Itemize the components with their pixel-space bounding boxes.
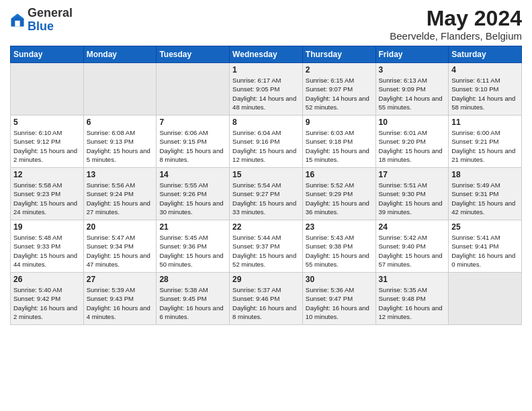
calendar-cell	[83, 63, 157, 116]
calendar-cell	[449, 273, 522, 325]
day-info: Sunrise: 5:41 AM Sunset: 9:41 PM Dayligh…	[451, 233, 519, 269]
day-info: Sunrise: 5:42 AM Sunset: 9:40 PM Dayligh…	[379, 233, 446, 269]
day-info: Sunrise: 6:11 AM Sunset: 9:10 PM Dayligh…	[451, 76, 519, 111]
calendar-week-row: 1Sunrise: 6:17 AM Sunset: 9:05 PM Daylig…	[11, 63, 522, 116]
calendar-cell: 7Sunrise: 6:06 AM Sunset: 9:15 PM Daylig…	[157, 116, 230, 168]
day-info: Sunrise: 6:15 AM Sunset: 9:07 PM Dayligh…	[306, 76, 373, 111]
day-number: 26	[13, 275, 81, 284]
calendar-cell: 14Sunrise: 5:55 AM Sunset: 9:26 PM Dayli…	[157, 168, 230, 220]
calendar-cell: 3Sunrise: 6:13 AM Sunset: 9:09 PM Daylig…	[375, 63, 449, 116]
day-number: 9	[306, 118, 373, 127]
day-info: Sunrise: 6:17 AM Sunset: 9:05 PM Dayligh…	[232, 76, 300, 111]
calendar-cell	[11, 63, 84, 116]
calendar-header-row: SundayMondayTuesdayWednesdayThursdayFrid…	[11, 46, 522, 63]
day-info: Sunrise: 5:58 AM Sunset: 9:23 PM Dayligh…	[13, 181, 81, 216]
day-info: Sunrise: 5:47 AM Sunset: 9:34 PM Dayligh…	[87, 233, 154, 269]
day-info: Sunrise: 6:00 AM Sunset: 9:21 PM Dayligh…	[451, 128, 519, 164]
calendar-cell: 4Sunrise: 6:11 AM Sunset: 9:10 PM Daylig…	[449, 63, 522, 116]
calendar-cell: 24Sunrise: 5:42 AM Sunset: 9:40 PM Dayli…	[375, 220, 449, 273]
day-number: 16	[306, 170, 373, 179]
day-number: 6	[87, 118, 154, 127]
calendar-cell: 19Sunrise: 5:48 AM Sunset: 9:33 PM Dayli…	[11, 220, 84, 273]
logo: General Blue	[10, 7, 73, 34]
day-number: 22	[232, 222, 300, 232]
calendar-cell: 9Sunrise: 6:03 AM Sunset: 9:18 PM Daylig…	[302, 116, 375, 168]
day-info: Sunrise: 6:03 AM Sunset: 9:18 PM Dayligh…	[306, 128, 373, 164]
calendar-week-row: 5Sunrise: 6:10 AM Sunset: 9:12 PM Daylig…	[11, 116, 522, 168]
calendar-cell: 25Sunrise: 5:41 AM Sunset: 9:41 PM Dayli…	[449, 220, 522, 273]
day-number: 4	[451, 65, 519, 75]
day-info: Sunrise: 5:37 AM Sunset: 9:46 PM Dayligh…	[232, 285, 300, 321]
calendar-cell: 15Sunrise: 5:54 AM Sunset: 9:27 PM Dayli…	[230, 168, 303, 220]
day-info: Sunrise: 5:36 AM Sunset: 9:47 PM Dayligh…	[306, 285, 373, 321]
day-number: 11	[451, 118, 519, 127]
day-number: 2	[306, 65, 373, 75]
day-number: 28	[159, 275, 226, 284]
calendar-cell: 6Sunrise: 6:08 AM Sunset: 9:13 PM Daylig…	[83, 116, 157, 168]
day-info: Sunrise: 5:54 AM Sunset: 9:27 PM Dayligh…	[232, 181, 300, 216]
day-info: Sunrise: 6:13 AM Sunset: 9:09 PM Dayligh…	[379, 76, 446, 111]
calendar-cell: 5Sunrise: 6:10 AM Sunset: 9:12 PM Daylig…	[11, 116, 84, 168]
day-number: 23	[306, 222, 373, 232]
calendar-cell: 18Sunrise: 5:49 AM Sunset: 9:31 PM Dayli…	[449, 168, 522, 220]
day-number: 20	[87, 222, 154, 232]
day-info: Sunrise: 5:52 AM Sunset: 9:29 PM Dayligh…	[306, 181, 373, 216]
calendar-cell: 27Sunrise: 5:39 AM Sunset: 9:43 PM Dayli…	[83, 273, 157, 325]
day-number: 7	[159, 118, 226, 127]
calendar-cell: 23Sunrise: 5:43 AM Sunset: 9:38 PM Dayli…	[302, 220, 375, 273]
svg-rect-2	[15, 21, 19, 27]
calendar-cell: 28Sunrise: 5:38 AM Sunset: 9:45 PM Dayli…	[157, 273, 230, 325]
day-number: 5	[13, 118, 81, 127]
day-number: 12	[13, 170, 81, 179]
logo-blue-text: Blue	[28, 19, 54, 33]
day-number: 15	[232, 170, 300, 179]
calendar-cell: 16Sunrise: 5:52 AM Sunset: 9:29 PM Dayli…	[302, 168, 375, 220]
calendar-cell	[157, 63, 230, 116]
day-info: Sunrise: 5:48 AM Sunset: 9:33 PM Dayligh…	[13, 233, 81, 269]
day-info: Sunrise: 6:06 AM Sunset: 9:15 PM Dayligh…	[159, 128, 226, 164]
calendar-cell: 17Sunrise: 5:51 AM Sunset: 9:30 PM Dayli…	[375, 168, 449, 220]
day-number: 30	[306, 275, 373, 284]
day-number: 27	[87, 275, 154, 284]
day-number: 29	[232, 275, 300, 284]
day-info: Sunrise: 5:38 AM Sunset: 9:45 PM Dayligh…	[159, 285, 226, 321]
day-info: Sunrise: 5:40 AM Sunset: 9:42 PM Dayligh…	[13, 285, 81, 321]
day-header-friday: Friday	[375, 46, 449, 63]
day-info: Sunrise: 5:43 AM Sunset: 9:38 PM Dayligh…	[306, 233, 373, 269]
day-header-monday: Monday	[83, 46, 157, 63]
calendar-week-row: 19Sunrise: 5:48 AM Sunset: 9:33 PM Dayli…	[11, 220, 522, 273]
calendar-cell: 29Sunrise: 5:37 AM Sunset: 9:46 PM Dayli…	[230, 273, 303, 325]
calendar-cell: 26Sunrise: 5:40 AM Sunset: 9:42 PM Dayli…	[11, 273, 84, 325]
day-info: Sunrise: 6:08 AM Sunset: 9:13 PM Dayligh…	[87, 128, 154, 164]
logo-general-text: General	[28, 6, 73, 19]
logo-icon	[10, 13, 25, 28]
calendar-table: SundayMondayTuesdayWednesdayThursdayFrid…	[10, 46, 522, 325]
day-header-wednesday: Wednesday	[230, 46, 303, 63]
day-info: Sunrise: 6:04 AM Sunset: 9:16 PM Dayligh…	[232, 128, 300, 164]
day-info: Sunrise: 5:35 AM Sunset: 9:48 PM Dayligh…	[379, 285, 446, 321]
calendar-cell: 12Sunrise: 5:58 AM Sunset: 9:23 PM Dayli…	[11, 168, 84, 220]
day-info: Sunrise: 6:10 AM Sunset: 9:12 PM Dayligh…	[13, 128, 81, 164]
calendar-week-row: 26Sunrise: 5:40 AM Sunset: 9:42 PM Dayli…	[11, 273, 522, 325]
calendar-cell: 20Sunrise: 5:47 AM Sunset: 9:34 PM Dayli…	[83, 220, 157, 273]
day-info: Sunrise: 5:56 AM Sunset: 9:24 PM Dayligh…	[87, 181, 154, 216]
day-number: 31	[379, 275, 446, 284]
day-header-sunday: Sunday	[11, 46, 84, 63]
calendar-week-row: 12Sunrise: 5:58 AM Sunset: 9:23 PM Dayli…	[11, 168, 522, 220]
calendar-cell: 22Sunrise: 5:44 AM Sunset: 9:37 PM Dayli…	[230, 220, 303, 273]
day-number: 21	[159, 222, 226, 232]
page: General Blue May 2024 Beervelde, Flander…	[0, 0, 532, 411]
calendar-cell: 13Sunrise: 5:56 AM Sunset: 9:24 PM Dayli…	[83, 168, 157, 220]
day-info: Sunrise: 5:45 AM Sunset: 9:36 PM Dayligh…	[159, 233, 226, 269]
day-info: Sunrise: 5:49 AM Sunset: 9:31 PM Dayligh…	[451, 181, 519, 216]
day-number: 19	[13, 222, 81, 232]
day-number: 1	[232, 65, 300, 75]
day-number: 13	[87, 170, 154, 179]
calendar-cell: 31Sunrise: 5:35 AM Sunset: 9:48 PM Dayli…	[375, 273, 449, 325]
day-info: Sunrise: 5:51 AM Sunset: 9:30 PM Dayligh…	[379, 181, 446, 216]
day-number: 14	[159, 170, 226, 179]
calendar-cell: 21Sunrise: 5:45 AM Sunset: 9:36 PM Dayli…	[157, 220, 230, 273]
month-title: May 2024	[390, 7, 522, 30]
day-number: 10	[379, 118, 446, 127]
calendar-cell: 10Sunrise: 6:01 AM Sunset: 9:20 PM Dayli…	[375, 116, 449, 168]
